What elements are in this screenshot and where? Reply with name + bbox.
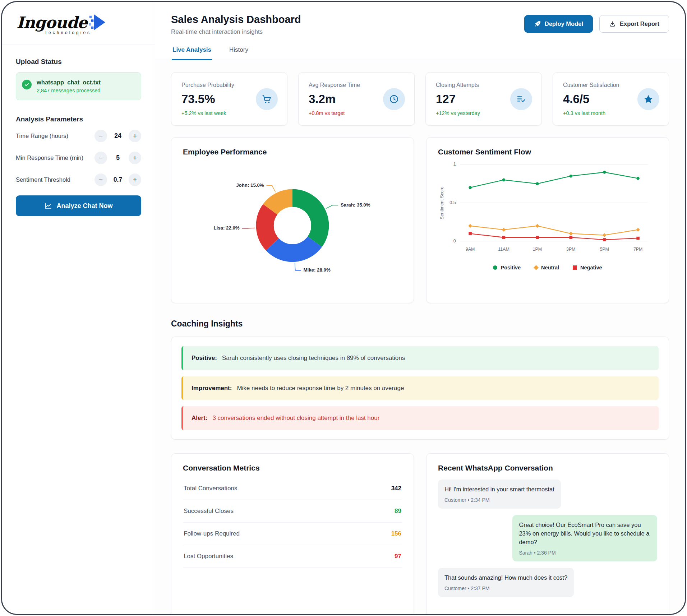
svg-text:Mike: 28.0%: Mike: 28.0%	[303, 267, 330, 273]
coaching-insights-card: Positive:Sarah consistently uses closing…	[171, 337, 669, 440]
legend-item-negative[interactable]: Negative	[573, 265, 602, 270]
metric-label: Lost Opportunities	[184, 553, 233, 560]
sentiment-flow-card: Customer Sentiment Flow 00.519AM11AM1PM3…	[426, 137, 669, 303]
legend-label: Positive	[501, 265, 521, 270]
kpi-label: Customer Satisfaction	[563, 82, 659, 88]
kpi-label: Closing Attempts	[436, 82, 531, 88]
tab-live-analysis[interactable]: Live Analysis	[172, 45, 212, 60]
kpi-delta: +5.2% vs last week	[181, 110, 277, 116]
clock-icon	[383, 88, 405, 110]
metric-label: Follow-ups Required	[184, 530, 240, 537]
svg-text:1: 1	[453, 162, 456, 167]
kpi-card-3: Customer Satisfaction4.6/5+0.3 vs last m…	[553, 72, 669, 126]
metric-row-0: Total Conversations342	[183, 477, 402, 500]
metric-row-3: Lost Opportunities97	[183, 545, 402, 568]
chat-meta: Customer • 2:34 PM	[444, 497, 554, 503]
kpi-card-1: Avg Response Time3.2m+0.8m vs target	[298, 72, 415, 126]
svg-text:5PM: 5PM	[600, 247, 609, 252]
metric-row-2: Follow-ups Required156	[183, 523, 402, 545]
employee-performance-card: Employee Performance Sarah: 35.0%Mike: 2…	[171, 137, 414, 303]
min-response-time-value: 5	[109, 154, 127, 162]
min-response-time-decrement-button[interactable]: −	[94, 152, 107, 164]
analysis-parameters-heading: Analysis Parameters	[16, 115, 141, 123]
legend-marker-circle	[493, 265, 497, 270]
whatsapp-conversation-card: Recent WhatsApp Conversation Hi! I'm int…	[426, 453, 669, 614]
deploy-model-button[interactable]: Deploy Model	[524, 15, 593, 33]
legend-label: Neutral	[541, 265, 559, 270]
legend-marker-diamond	[534, 265, 539, 270]
chat-meta: Sarah • 2:36 PM	[519, 550, 651, 556]
sidebar: Ingoude Technologies Upload Status	[2, 2, 155, 614]
insight-label: Positive:	[192, 355, 217, 361]
svg-text:1PM: 1PM	[533, 247, 542, 252]
analyze-chat-button[interactable]: Analyze Chat Now	[16, 195, 141, 216]
metric-value: 97	[395, 553, 401, 560]
cart-icon	[256, 88, 278, 110]
insight-text: Mike needs to reduce response time by 2 …	[237, 385, 404, 392]
brand-name: Ingoude	[17, 13, 87, 32]
kpi-card-2: Closing Attempts127+12% vs yesterday	[425, 72, 542, 126]
sentiment-threshold-increment-button[interactable]: +	[129, 173, 141, 186]
time-range-decrement-button[interactable]: −	[94, 130, 107, 142]
legend-item-positive[interactable]: Positive	[493, 265, 521, 270]
insight-text: 3 conversations ended without closing at…	[212, 414, 379, 421]
stepper-min-response-time: −5+	[94, 152, 141, 164]
rocket-icon	[534, 20, 541, 27]
donut-chart-title: Employee Performance	[183, 148, 402, 156]
chat-bubble-customer: That sounds amazing! How much does it co…	[438, 568, 574, 597]
time-range-value: 24	[109, 132, 127, 140]
coaching-insights-heading: Coaching Insights	[171, 319, 669, 329]
svg-text:9AM: 9AM	[466, 247, 475, 252]
insight-positive: Positive:Sarah consistently uses closing…	[181, 346, 659, 370]
chat-meta: Customer • 2:37 PM	[444, 585, 567, 591]
min-response-time-increment-button[interactable]: +	[129, 152, 141, 164]
legend-label: Negative	[580, 265, 602, 270]
time-range-increment-button[interactable]: +	[129, 130, 141, 142]
download-icon	[609, 20, 616, 27]
whatsapp-conversation-heading: Recent WhatsApp Conversation	[438, 464, 657, 472]
svg-text:3PM: 3PM	[566, 247, 575, 252]
svg-text:11AM: 11AM	[498, 247, 509, 252]
app-window: Ingoude Technologies Upload Status	[1, 1, 686, 615]
metric-value: 342	[391, 485, 401, 492]
conversation-metrics-card: Conversation Metrics Total Conversations…	[171, 453, 414, 614]
kpi-label: Avg Response Time	[309, 82, 404, 88]
uploaded-file-detail: 2,847 messages processed	[37, 88, 101, 93]
sentiment-flow-line-chart: 00.519AM11AM1PM3PM5PM7PMSentiment Score	[438, 158, 657, 261]
metric-row-1: Successful Closes89	[183, 500, 402, 523]
chat-text: Hi! I'm interested in your smart thermos…	[444, 485, 554, 494]
param-row-sentiment-threshold: Sentiment Threshold−0.7+	[16, 173, 141, 186]
kpi-delta: +12% vs yesterday	[436, 110, 531, 116]
kpi-delta: +0.8m vs target	[309, 110, 404, 116]
dashboard-content: Purchase Probability73.5%+5.2% vs last w…	[155, 60, 685, 614]
tab-history[interactable]: History	[229, 45, 249, 60]
svg-text:Sarah: 35.0%: Sarah: 35.0%	[341, 202, 370, 208]
tabs: Live AnalysisHistory	[155, 45, 685, 60]
brand-logo: Ingoude Technologies	[2, 2, 155, 45]
metric-label: Total Conversations	[184, 485, 237, 492]
kpi-label: Purchase Probability	[181, 82, 277, 88]
upload-status-box: whatsapp_chat_oct.txt 2,847 messages pro…	[16, 72, 141, 100]
chart-legend: PositiveNeutralNegative	[438, 265, 657, 270]
analyze-chat-label: Analyze Chat Now	[56, 202, 112, 210]
page-subtitle: Real-time chat interaction insights	[171, 28, 301, 36]
sentiment-threshold-decrement-button[interactable]: −	[94, 173, 107, 186]
deploy-model-label: Deploy Model	[545, 20, 583, 27]
insight-text: Sarah consistently uses closing techniqu…	[222, 355, 405, 361]
chat-text: That sounds amazing! How much does it co…	[444, 574, 567, 582]
checklist-icon	[510, 88, 532, 110]
chat-bubble-customer: Hi! I'm interested in your smart thermos…	[438, 480, 561, 509]
star-icon	[637, 88, 659, 110]
line-chart-title: Customer Sentiment Flow	[438, 148, 657, 156]
stepper-sentiment-threshold: −0.7+	[94, 173, 141, 186]
chat-text: Great choice! Our EcoSmart Pro can save …	[519, 521, 651, 547]
insight-improvement: Improvement:Mike needs to reduce respons…	[181, 376, 659, 400]
param-label-min-response-time: Min Response Time (min)	[16, 154, 83, 162]
export-report-button[interactable]: Export Report	[599, 15, 669, 33]
legend-item-neutral[interactable]: Neutral	[534, 265, 559, 270]
metric-value: 156	[391, 530, 401, 537]
param-row-time-range: Time Range (hours)−24+	[16, 130, 141, 142]
sentiment-threshold-value: 0.7	[109, 176, 127, 184]
legend-marker-square	[573, 265, 577, 270]
insight-label: Alert:	[192, 414, 207, 421]
